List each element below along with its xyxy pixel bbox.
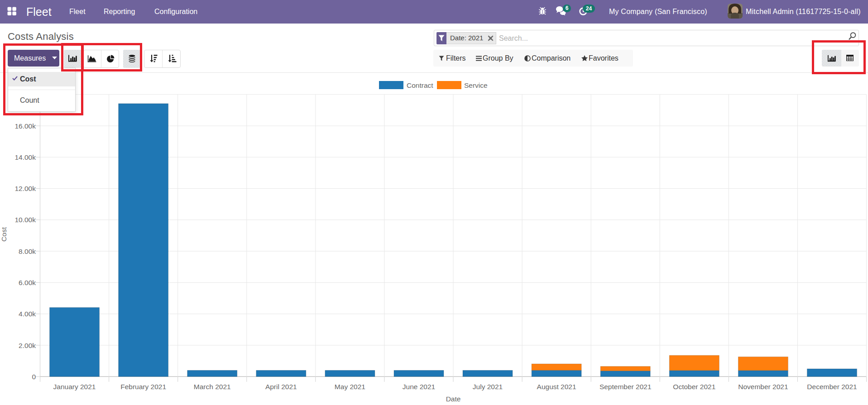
svg-text:July 2021: July 2021: [473, 383, 503, 391]
svg-text:Cost: Cost: [0, 227, 8, 242]
svg-text:Date: Date: [446, 395, 461, 403]
svg-text:16.00k: 16.00k: [14, 122, 36, 130]
svg-text:March 2021: March 2021: [194, 383, 231, 391]
svg-text:0: 0: [32, 373, 36, 381]
svg-text:February 2021: February 2021: [120, 383, 166, 391]
svg-text:6.00k: 6.00k: [19, 279, 36, 286]
svg-text:December 2021: December 2021: [807, 383, 857, 391]
svg-text:September 2021: September 2021: [599, 383, 652, 391]
svg-text:10.00k: 10.00k: [14, 216, 36, 224]
svg-text:August 2021: August 2021: [537, 383, 576, 391]
svg-text:May 2021: May 2021: [335, 383, 365, 391]
svg-text:January 2021: January 2021: [53, 383, 96, 391]
svg-text:2.00k: 2.00k: [19, 342, 36, 349]
svg-text:April 2021: April 2021: [265, 383, 297, 391]
svg-text:14.00k: 14.00k: [14, 153, 36, 161]
svg-text:Service: Service: [464, 81, 488, 89]
svg-text:12.00k: 12.00k: [14, 185, 36, 192]
svg-text:November 2021: November 2021: [738, 383, 788, 391]
svg-text:June 2021: June 2021: [403, 383, 435, 391]
svg-text:8.00k: 8.00k: [19, 248, 36, 255]
svg-text:Contract: Contract: [407, 81, 433, 89]
svg-text:4.00k: 4.00k: [19, 310, 36, 318]
svg-text:October 2021: October 2021: [673, 383, 715, 391]
